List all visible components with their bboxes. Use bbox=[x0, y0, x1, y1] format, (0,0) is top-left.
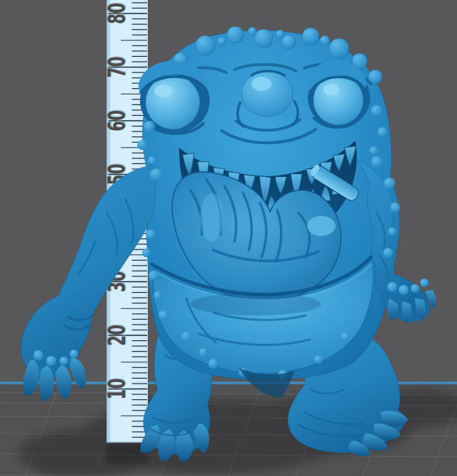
scene-canvas: 10102020303040405050606070708080 bbox=[0, 0, 457, 476]
ruler-number: 10 bbox=[103, 379, 131, 400]
ruler-number: 80 bbox=[103, 3, 131, 24]
ruler-number: 70 bbox=[103, 57, 131, 78]
ruler-number: 60 bbox=[103, 110, 131, 131]
viewport-3d[interactable]: 10102020303040405050606070708080 bbox=[0, 0, 457, 476]
ruler-number: 20 bbox=[103, 325, 131, 346]
